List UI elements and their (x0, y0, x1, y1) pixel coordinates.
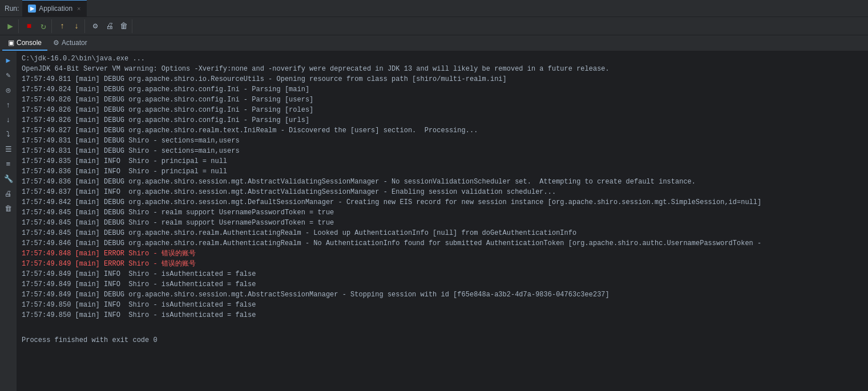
console-tab-label: Console (17, 39, 42, 47)
log-line: 17:57:49.842 [main] DEBUG org.apache.shi… (17, 197, 868, 207)
log-line: 17:57:49.831 [main] DEBUG Shiro - sectio… (17, 146, 868, 156)
toolbar-section-stop: ■ ↻ (21, 19, 52, 33)
log-line: 17:57:49.845 [main] DEBUG org.apache.shi… (17, 228, 868, 238)
sidebar-printer-icon[interactable]: 🖨 (2, 187, 15, 201)
sidebar-play-icon[interactable]: ▶ (2, 54, 15, 67)
log-line: 17:57:49.846 [main] DEBUG org.apache.shi… (17, 238, 868, 249)
sidebar-edit-icon[interactable]: ✎ (2, 68, 15, 82)
log-line: 17:57:49.836 [main] INFO Shiro - princip… (17, 166, 868, 177)
sidebar-list2-icon[interactable]: ≡ (2, 157, 15, 171)
sidebar-import-icon[interactable]: ⤵ (2, 128, 15, 141)
scroll-down-button[interactable]: ↓ (70, 19, 83, 33)
log-line: 17:57:49.849 [main] ERROR Shiro - 错误的账号 (17, 259, 868, 269)
delete-button[interactable]: 🗑 (117, 19, 131, 33)
log-line: Process finished with exit code 0 (17, 325, 868, 345)
sidebar-camera-icon[interactable]: ◎ (2, 83, 15, 97)
log-line: 17:57:49.836 [main] DEBUG org.apache.shi… (17, 177, 868, 187)
log-line: 17:57:49.837 [main] INFO org.apache.shir… (17, 187, 868, 197)
log-line: 17:57:49.845 [main] DEBUG Shiro - realm … (17, 218, 868, 228)
console-output[interactable]: C:\jdk-16.0.2\bin\java.exe ...OpenJDK 64… (17, 51, 868, 391)
toolbar-section-tools: ⚙ 🖨 🗑 (87, 19, 132, 33)
log-line: 17:57:49.850 [main] INFO Shiro - isAuthe… (17, 310, 868, 320)
actuator-tab-icon: ⚙ (53, 39, 59, 47)
print-button[interactable]: 🖨 (103, 19, 116, 33)
left-sidebar: ▶ ✎ ◎ ↑ ↓ ⤵ ☰ ≡ 🔧 🖨 🗑 (0, 51, 17, 391)
main-content: ▶ ✎ ◎ ↑ ↓ ⤵ ☰ ≡ 🔧 🖨 🗑 C:\jdk-16.0.2\bin\… (0, 51, 868, 391)
app-tab-label: Application (39, 5, 72, 13)
log-line: OpenJDK 64-Bit Server VM warning: Option… (17, 64, 868, 74)
console-tab-icon: ▣ (8, 39, 14, 47)
log-line: C:\jdk-16.0.2\bin\java.exe ... (17, 54, 868, 64)
log-line: 17:57:49.848 [main] ERROR Shiro - 错误的账号 (17, 249, 868, 259)
rerun-button[interactable]: ↻ (37, 19, 50, 33)
log-line: 17:57:49.824 [main] DEBUG org.apache.shi… (17, 84, 868, 95)
scroll-up-button[interactable]: ↑ (55, 19, 69, 33)
console-tab[interactable]: ▣ Console (2, 35, 47, 51)
toolbar-section-run: ▶ (2, 19, 19, 33)
run-label: Run: (5, 5, 19, 13)
application-tab[interactable]: ▶ Application × (22, 0, 86, 17)
app-tab-icon: ▶ (28, 5, 36, 13)
log-line: 17:57:49.826 [main] DEBUG org.apache.shi… (17, 105, 868, 115)
sidebar-list-icon[interactable]: ☰ (2, 142, 15, 156)
log-line: 17:57:49.827 [main] DEBUG org.apache.shi… (17, 125, 868, 136)
log-line: 17:57:49.826 [main] DEBUG org.apache.shi… (17, 115, 868, 125)
toolbar: ▶ ■ ↻ ↑ ↓ ⚙ 🖨 🗑 (0, 17, 868, 35)
log-line: 17:57:49.811 [main] DEBUG org.apache.shi… (17, 74, 868, 84)
tab-bar: Run: ▶ Application × (0, 0, 868, 17)
log-line: 17:57:49.826 [main] DEBUG org.apache.shi… (17, 95, 868, 105)
log-line: 17:57:49.849 [main] INFO Shiro - isAuthe… (17, 269, 868, 279)
actuator-tab[interactable]: ⚙ Actuator (47, 35, 93, 51)
settings-button[interactable]: ⚙ (88, 19, 102, 33)
log-line: 17:57:49.849 [main] DEBUG org.apache.shi… (17, 290, 868, 300)
toolbar-section-nav: ↑ ↓ (54, 19, 85, 33)
log-line: 17:57:49.845 [main] DEBUG Shiro - realm … (17, 207, 868, 218)
play-button[interactable]: ▶ (3, 19, 17, 33)
log-line: 17:57:49.831 [main] DEBUG Shiro - sectio… (17, 136, 868, 146)
actuator-tab-label: Actuator (62, 39, 87, 47)
log-line: 17:57:49.835 [main] INFO Shiro - princip… (17, 156, 868, 166)
log-line: 17:57:49.850 [main] INFO Shiro - isAuthe… (17, 300, 868, 310)
sidebar-wrench-icon[interactable]: 🔧 (2, 172, 15, 186)
console-tabs-bar: ▣ Console ⚙ Actuator (0, 35, 868, 51)
sidebar-up-icon[interactable]: ↑ (2, 98, 15, 112)
log-line: 17:57:49.849 [main] INFO Shiro - isAuthe… (17, 279, 868, 290)
sidebar-trash-icon[interactable]: 🗑 (2, 202, 15, 215)
stop-button[interactable]: ■ (22, 19, 36, 33)
tab-close-btn[interactable]: × (77, 5, 80, 12)
sidebar-down-icon[interactable]: ↓ (2, 113, 15, 127)
